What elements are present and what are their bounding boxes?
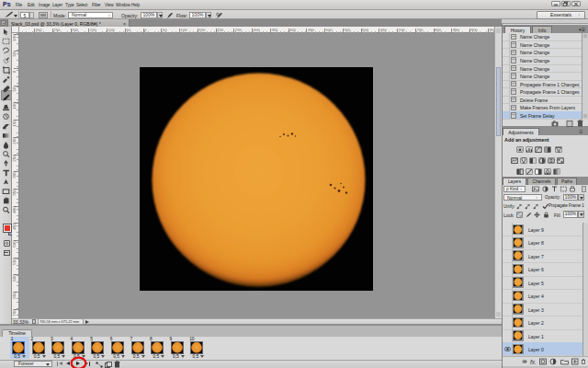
svg-text:fx.: fx. (530, 359, 537, 365)
